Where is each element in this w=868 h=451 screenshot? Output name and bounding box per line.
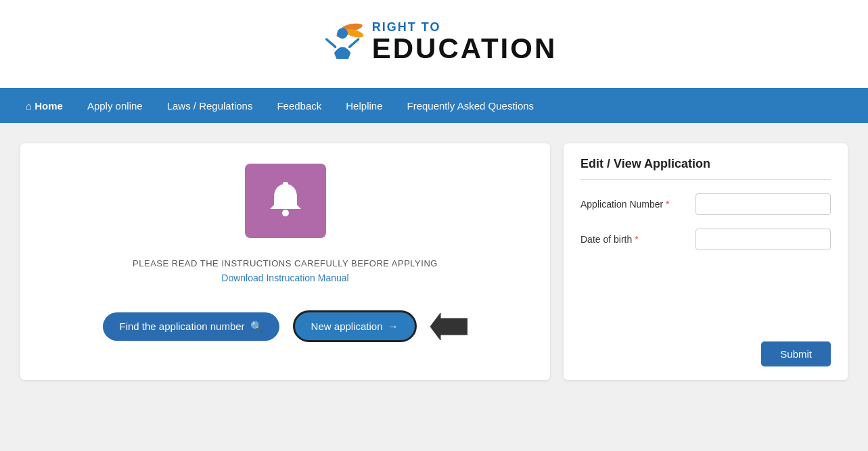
svg-line-5: [349, 39, 358, 47]
bell-icon: [265, 181, 306, 221]
logo-text: RIGHT TO EDUCATION: [372, 20, 557, 63]
arrow-indicator: [430, 313, 467, 340]
nav-helpline-label: Helpline: [346, 100, 382, 112]
logo-icon: [311, 20, 365, 68]
nav-home[interactable]: ⌂ Home: [14, 91, 75, 121]
nav-home-label: Home: [35, 100, 63, 112]
nav-apply-label: Apply online: [87, 100, 143, 112]
find-application-number-button[interactable]: Find the application number 🔍: [103, 312, 279, 341]
download-manual-link[interactable]: Download Instrucation Manual: [221, 272, 348, 283]
application-number-label-text: Application Number: [580, 199, 663, 210]
navigation: ⌂ Home Apply online Laws / Regulations F…: [0, 88, 868, 123]
nav-feedback[interactable]: Feedback: [265, 91, 334, 121]
date-of-birth-input[interactable]: [695, 229, 831, 250]
instruction-main-text: PLEASE READ THE INSTRUCTIONS CAREFULLY B…: [133, 258, 438, 268]
buttons-row: Find the application number 🔍 New applic…: [103, 310, 467, 342]
right-card-title: Edit / View Application: [580, 157, 831, 180]
svg-marker-8: [430, 313, 467, 340]
svg-point-6: [282, 210, 289, 216]
site-header: RIGHT TO EDUCATION: [0, 0, 868, 88]
submit-button[interactable]: Submit: [761, 341, 831, 366]
bell-icon-container: [245, 164, 326, 238]
nav-laws[interactable]: Laws / Regulations: [155, 91, 265, 121]
logo-education: EDUCATION: [372, 34, 557, 63]
date-of-birth-required: *: [635, 234, 638, 245]
nav-faq-label: Frequently Asked Questions: [407, 100, 534, 112]
nav-faq[interactable]: Frequently Asked Questions: [394, 91, 546, 121]
svg-line-4: [326, 39, 335, 47]
date-of-birth-label: Date of birth *: [580, 234, 689, 245]
nav-apply-online[interactable]: Apply online: [75, 91, 155, 121]
nav-helpline[interactable]: Helpline: [334, 91, 394, 121]
new-application-button[interactable]: New application →: [293, 310, 417, 342]
left-card: PLEASE READ THE INSTRUCTIONS CAREFULLY B…: [20, 143, 550, 380]
right-card: Edit / View Application Application Numb…: [564, 143, 848, 380]
instruction-text: PLEASE READ THE INSTRUCTIONS CAREFULLY B…: [133, 258, 438, 268]
date-of-birth-group: Date of birth *: [580, 229, 831, 250]
application-number-label: Application Number *: [580, 199, 689, 210]
home-icon: ⌂: [26, 100, 32, 112]
application-number-required: *: [666, 199, 669, 210]
arrow-right-icon: →: [388, 321, 398, 332]
new-btn-label: New application: [311, 321, 383, 332]
find-btn-label: Find the application number: [119, 321, 244, 332]
search-icon: 🔍: [250, 321, 263, 333]
submit-label: Submit: [780, 348, 812, 360]
date-of-birth-label-text: Date of birth: [580, 234, 632, 245]
nav-feedback-label: Feedback: [277, 100, 321, 112]
main-content: PLEASE READ THE INSTRUCTIONS CAREFULLY B…: [0, 123, 868, 400]
logo: RIGHT TO EDUCATION: [311, 20, 557, 68]
arrow-left-icon: [430, 313, 467, 340]
application-number-group: Application Number *: [580, 193, 831, 215]
svg-point-3: [337, 28, 348, 39]
nav-laws-label: Laws / Regulations: [167, 100, 253, 112]
application-number-input[interactable]: [695, 193, 831, 215]
svg-rect-7: [283, 182, 288, 186]
